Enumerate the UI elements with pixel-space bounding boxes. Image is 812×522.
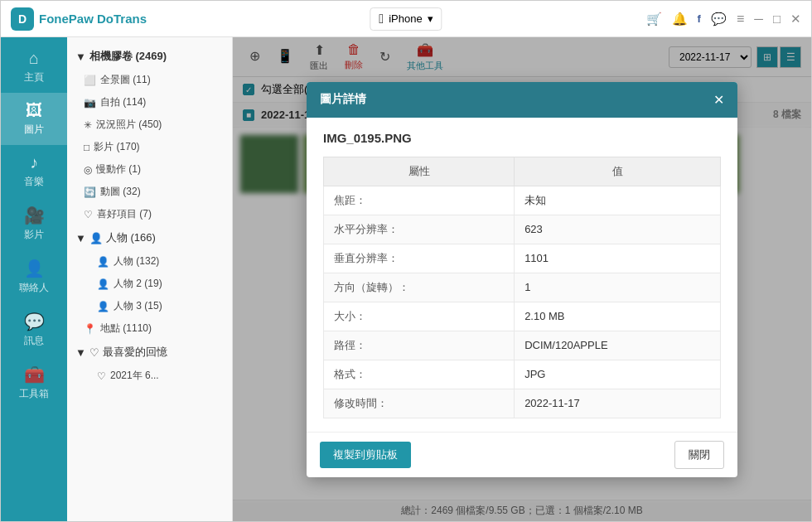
tree-item-people1[interactable]: 👤 人物 (132) [67,250,232,273]
sidebar-item-toolbox[interactable]: 🧰 工具箱 [1,356,67,409]
modal-filename: IMG_0195.PNG [323,131,721,145]
table-row: 修改時間：2022-11-17 [324,389,721,418]
sidebar-item-messages[interactable]: 💬 訊息 [1,303,67,356]
tree-item-people3[interactable]: 👤 人物 3 (15) [67,295,232,317]
tree-item-animation[interactable]: 🔄 動圖 (32) [67,181,232,203]
sidebar-item-music-label: 音樂 [24,175,44,189]
people1-icon: 👤 [97,256,109,268]
tree-item-slowmo-label: 慢動作 (1) [96,162,141,176]
tree-item-people2-label: 人物 2 (19) [114,277,162,291]
tree-item-video-label: 影片 (170) [94,140,139,154]
table-row-val-7: 2022-11-17 [515,389,721,418]
table-row-prop-5: 路徑： [324,331,515,360]
minimize-button[interactable]: ─ [754,12,763,26]
tree-memories-label: 最喜愛的回憶 [103,345,167,360]
menu-icon[interactable]: ≡ [737,12,744,27]
file-tree: ▼ 相機膠卷 (2469) ⬜ 全景圖 (11) 📷 自拍 (114) ✳ 況況… [67,37,233,521]
title-bar-actions: 🛒 🔔 f 💬 ≡ ─ □ ✕ [646,12,801,27]
table-row-prop-6: 格式： [324,360,515,389]
cart-icon[interactable]: 🛒 [646,12,662,27]
sidebar-item-home[interactable]: ⌂ 主頁 [1,41,67,93]
tree-item-live[interactable]: ✳ 況況照片 (450) [67,114,232,136]
maximize-button[interactable]: □ [773,12,781,26]
sidebar: ⌂ 主頁 🖼 圖片 ♪ 音樂 🎥 影片 👤 聯絡人 💬 訊息 [1,37,67,521]
contacts-icon: 👤 [24,259,45,278]
panorama-icon: ⬜ [84,75,96,86]
title-bar-center:  iPhone ▾ [370,7,442,31]
tree-root-label: 相機膠卷 (2469) [89,49,167,64]
tree-item-people1-label: 人物 (132) [114,254,159,268]
modal-header: 圖片詳情 ✕ [307,82,737,118]
col-property: 屬性 [324,157,515,186]
table-row-prop-4: 大小： [324,302,515,331]
sidebar-item-contacts-label: 聯絡人 [19,281,49,295]
tree-item-memories-sub-label: 2021年 6... [110,369,159,383]
col-value: 值 [515,157,721,186]
modal-footer: 複製到剪貼板 關閉 [307,432,737,477]
table-row: 焦距：未知 [324,186,721,215]
tree-item-places[interactable]: 📍 地點 (1110) [67,317,232,340]
places-icon: 📍 [84,323,96,335]
content-area: ⊕ 📱 ⬆ 匯出 🗑 刪除 ↻ [233,37,811,521]
tree-item-selfie[interactable]: 📷 自拍 (114) [67,91,232,114]
device-selector[interactable]:  iPhone ▾ [370,7,442,31]
tree-item-live-label: 況況照片 (450) [96,118,162,132]
messages-icon: 💬 [24,312,45,331]
tree-item-animation-label: 動圖 (32) [100,185,141,199]
tree-item-people2[interactable]: 👤 人物 2 (19) [67,273,232,295]
modal-close-button[interactable]: ✕ [713,92,724,108]
tree-collapse-icon: ▼ [75,51,86,63]
table-row-val-6: JPG [515,360,721,389]
table-row-val-1: 623 [515,215,721,244]
table-row-val-4: 2.10 MB [515,302,721,331]
sidebar-item-contacts[interactable]: 👤 聯絡人 [1,250,67,303]
tree-people-label: 人物 (166) [106,230,156,245]
animation-icon: 🔄 [84,186,96,198]
videos-icon: 🎥 [24,205,45,225]
tree-root-header[interactable]: ▼ 相機膠卷 (2469) [67,44,232,69]
facebook-icon[interactable]: f [698,12,701,25]
tree-memories-header[interactable]: ▼ ♡ 最喜愛的回憶 [67,340,232,365]
tree-item-selfie-label: 自拍 (114) [100,95,146,109]
table-row-val-0: 未知 [515,186,721,215]
tree-people-header[interactable]: ▼ 👤 人物 (166) [67,225,232,250]
modal-close-btn[interactable]: 關閉 [674,441,724,469]
tree-item-places-label: 地點 (1110) [100,321,152,336]
table-row: 大小：2.10 MB [324,302,721,331]
tree-item-video[interactable]: □ 影片 (170) [67,136,232,158]
bell-icon[interactable]: 🔔 [672,12,688,27]
app-name: FonePaw DoTrans [39,12,147,26]
tree-item-panorama[interactable]: ⬜ 全景圖 (11) [67,69,232,91]
modal-title: 圖片詳情 [320,92,366,107]
photos-icon: 🖼 [26,101,42,120]
people-icon: 👤 [89,232,103,244]
slowmo-icon: ◎ [84,164,92,176]
main-layout: ⌂ 主頁 🖼 圖片 ♪ 音樂 🎥 影片 👤 聯絡人 💬 訊息 [1,37,811,521]
live-icon: ✳ [84,119,92,131]
copy-button[interactable]: 複製到剪貼板 [320,442,411,468]
toolbox-icon: 🧰 [24,365,45,384]
table-row-prop-7: 修改時間： [324,389,515,418]
sidebar-item-photos[interactable]: 🖼 圖片 [1,93,67,145]
favorites-icon: ♡ [84,209,93,220]
table-row-prop-2: 垂直分辨率： [324,244,515,273]
sidebar-item-videos[interactable]: 🎥 影片 [1,197,67,250]
music-icon: ♪ [30,153,38,172]
close-button[interactable]: ✕ [790,12,801,27]
app-window: D FonePaw DoTrans  iPhone ▾ 🛒 🔔 f 💬 ≡ ─… [0,0,812,522]
tree-item-slowmo[interactable]: ◎ 慢動作 (1) [67,158,232,181]
tree-item-favorites[interactable]: ♡ 喜好項目 (7) [67,203,232,225]
sidebar-item-messages-label: 訊息 [24,334,44,348]
table-row: 格式：JPG [324,360,721,389]
selfie-icon: 📷 [84,97,96,109]
table-row: 路徑：DCIM/120APPLE [324,331,721,360]
tree-item-memories-sub[interactable]: ♡ 2021年 6... [67,365,232,387]
chat-icon[interactable]: 💬 [711,12,727,27]
tree-item-people3-label: 人物 3 (15) [114,299,162,313]
video-icon: □ [84,142,89,153]
table-row-prop-1: 水平分辨率： [324,215,515,244]
app-logo: D FonePaw DoTrans [11,7,147,31]
logo-icon: D [11,7,34,31]
sidebar-item-music[interactable]: ♪ 音樂 [1,145,67,197]
table-row-val-2: 1101 [515,244,721,273]
